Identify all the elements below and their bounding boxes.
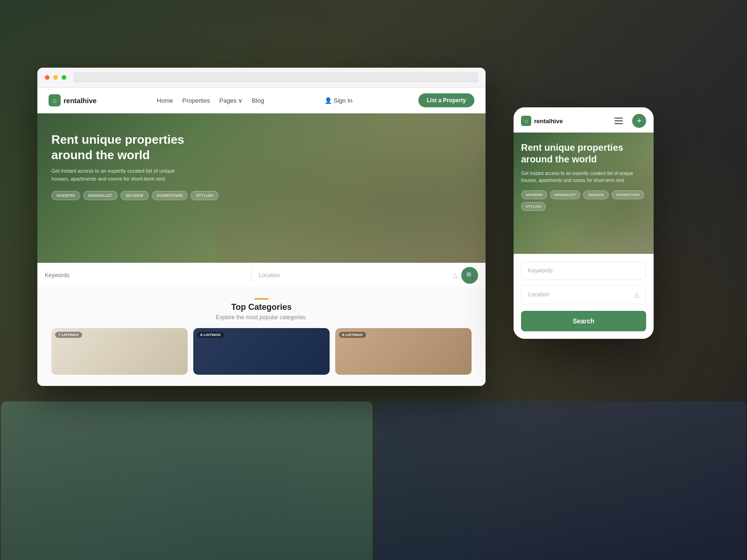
location-icon: △ — [634, 291, 639, 298]
menu-line-2 — [614, 120, 623, 121]
desktop-mockup: ⌂ rentalhive Home Properties Pages ∨ Blo… — [37, 68, 486, 386]
user-icon: 👤 — [324, 97, 332, 104]
hero-tag-modern[interactable]: MODERN — [51, 191, 80, 200]
search-icon: 🔍 — [466, 272, 474, 279]
mobile-menu-button[interactable] — [614, 114, 628, 128]
bg-card-1 — [1, 401, 373, 560]
mobile-location-placeholder: Location — [528, 291, 549, 298]
list-property-button[interactable]: List a Property — [418, 93, 474, 107]
desktop-categories-section: Top Categories Explore the most popular … — [37, 287, 486, 386]
nav-link-properties[interactable]: Properties — [182, 97, 210, 104]
browser-dot-red — [45, 75, 49, 80]
hero-tags: MODERN MINIMALIST SEASIDE DOWNTOWN STYLI… — [51, 191, 472, 200]
mobile-hero-subtitle: Get instant access to an expertly curate… — [521, 170, 646, 184]
mobile-hero-content: Rent unique properties around the world … — [514, 133, 654, 220]
menu-line-3 — [614, 123, 623, 124]
mobile-keywords-placeholder: Keywords — [528, 267, 553, 274]
mobile-tag-modern[interactable]: MODERN — [521, 190, 547, 199]
desktop-search-bar: Location △ 🔍 — [37, 263, 486, 287]
mobile-logo-text: rentalhive — [534, 118, 563, 125]
mobile-logo[interactable]: ⌂ rentalhive — [521, 116, 614, 126]
desktop-location-placeholder: Location — [259, 272, 280, 279]
category-badge-1: 7 LISTINGS — [55, 332, 82, 338]
category-card-1[interactable]: 7 LISTINGS — [51, 328, 188, 375]
signin-link[interactable]: 👤 Sign In — [324, 97, 352, 104]
mobile-tag-stylish[interactable]: STYLISH — [521, 202, 546, 211]
hero-tag-seaside[interactable]: SEASIDE — [120, 191, 149, 200]
categories-grid: 7 LISTINGS 8 LISTINGS 8 LISTINGS — [51, 328, 472, 375]
hero-tag-stylish[interactable]: STYLISH — [190, 191, 218, 200]
chevron-down-icon: ∨ — [238, 97, 243, 104]
browser-dot-yellow — [53, 75, 58, 80]
plus-icon: + — [637, 116, 642, 126]
mobile-keywords-input[interactable]: Keywords — [521, 261, 646, 280]
mobile-hero: Rent unique properties around the world … — [514, 133, 654, 254]
hero-tag-minimalist[interactable]: MINIMALIST — [83, 191, 118, 200]
desktop-hero: Rent unique properties around the world … — [37, 113, 486, 263]
categories-underline — [254, 298, 268, 300]
mobile-mockup: ⌂ rentalhive + Rent unique properties ar… — [514, 107, 654, 339]
mobile-tag-seaside[interactable]: SEASIDE — [583, 190, 609, 199]
category-card-2[interactable]: 8 LISTINGS — [193, 328, 330, 375]
mobile-logo-icon: ⌂ — [521, 116, 531, 126]
categories-subtitle: Explore the most popular categories. — [51, 314, 472, 321]
desktop-navbar: ⌂ rentalhive Home Properties Pages ∨ Blo… — [37, 88, 486, 113]
nav-link-blog[interactable]: Blog — [252, 97, 264, 104]
background-cards — [0, 401, 747, 560]
mobile-navbar: ⌂ rentalhive + — [514, 107, 654, 133]
desktop-nav-links: Home Properties Pages ∨ Blog — [157, 97, 264, 104]
category-badge-2: 8 LISTINGS — [197, 332, 224, 338]
browser-chrome — [37, 68, 486, 88]
category-card-3[interactable]: 8 LISTINGS — [335, 328, 472, 375]
desktop-logo-text: rentalhive — [63, 97, 97, 105]
desktop-search-button[interactable]: 🔍 — [461, 267, 478, 284]
mobile-search-panel: Keywords Location △ Search — [514, 254, 654, 339]
browser-dot-green — [62, 75, 66, 80]
desktop-location-field[interactable]: Location △ — [259, 272, 458, 279]
hero-tag-downtown[interactable]: DOWNTOWN — [152, 191, 188, 200]
mobile-search-button[interactable]: Search — [521, 311, 646, 331]
logo-icon: ⌂ — [49, 94, 61, 106]
desktop-logo[interactable]: ⌂ rentalhive — [49, 94, 97, 106]
mobile-hero-title: Rent unique properties around the world — [521, 142, 646, 165]
browser-addressbar — [74, 72, 478, 83]
desktop-keywords-input[interactable] — [45, 272, 244, 279]
mobile-tag-downtown[interactable]: DOWNTOWN — [612, 190, 644, 199]
hero-subtitle: Get instant access to an expertly curate… — [51, 167, 182, 182]
mobile-tag-minimalist[interactable]: MINIMALIST — [550, 190, 581, 199]
search-divider — [251, 270, 252, 281]
nav-link-home[interactable]: Home — [157, 97, 173, 104]
category-badge-3: 8 LISTINGS — [339, 332, 366, 338]
location-icon: △ — [453, 272, 458, 279]
hero-content: Rent unique properties around the world … — [37, 113, 486, 210]
mobile-location-input[interactable]: Location △ — [521, 285, 646, 304]
menu-line-1 — [614, 118, 623, 119]
mobile-add-button[interactable]: + — [632, 114, 646, 128]
mobile-hero-tags: MODERN MINIMALIST SEASIDE DOWNTOWN STYLI… — [521, 190, 646, 211]
nav-link-pages[interactable]: Pages ∨ — [219, 97, 243, 104]
categories-title: Top Categories — [51, 302, 472, 312]
hero-title: Rent unique properties around the world — [51, 132, 210, 162]
bg-card-2 — [374, 401, 746, 560]
